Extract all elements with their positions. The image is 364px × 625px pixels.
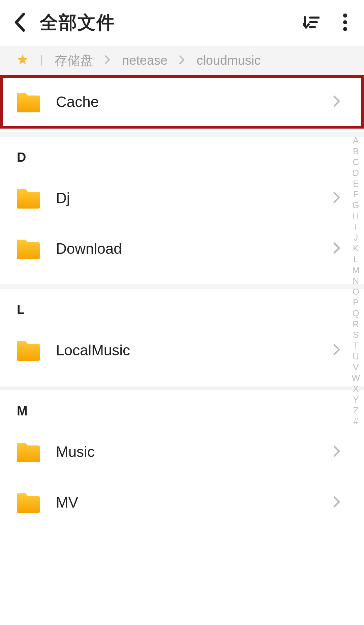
chevron-right-icon xyxy=(179,55,185,66)
rail-letter[interactable]: A xyxy=(353,135,359,146)
breadcrumb-item-0[interactable]: 存储盘 xyxy=(55,52,93,69)
folder-icon xyxy=(17,238,40,259)
folder-row-localmusic[interactable]: LocalMusic xyxy=(0,325,364,376)
rail-letter[interactable]: H xyxy=(353,211,359,221)
rail-letter[interactable]: G xyxy=(353,200,359,211)
breadcrumb: 存储盘 netease cloudmusic xyxy=(0,46,364,75)
spacer xyxy=(0,376,364,386)
chevron-right-icon xyxy=(333,496,340,509)
folder-label: Download xyxy=(56,240,333,257)
highlighted-folder: Cache xyxy=(0,75,364,129)
rail-letter[interactable]: Y xyxy=(353,394,359,405)
chevron-right-icon xyxy=(104,55,111,66)
rail-letter[interactable]: Q xyxy=(353,308,359,319)
section-header-m: M xyxy=(0,390,364,427)
folder-icon xyxy=(17,340,40,361)
rail-letter[interactable]: L xyxy=(353,254,358,265)
folder-row-dj[interactable]: Dj xyxy=(0,173,364,223)
rail-letter[interactable]: M xyxy=(352,265,360,275)
rail-letter[interactable]: E xyxy=(353,178,359,189)
section-gap xyxy=(0,386,364,390)
folder-label: LocalMusic xyxy=(56,342,333,359)
rail-letter[interactable]: D xyxy=(353,167,359,178)
rail-letter[interactable]: I xyxy=(355,221,357,232)
folder-icon xyxy=(17,188,40,209)
folder-label: Dj xyxy=(56,190,333,207)
rail-letter[interactable]: J xyxy=(354,232,358,243)
folder-row-mv[interactable]: MV xyxy=(0,477,364,528)
rail-letter[interactable]: U xyxy=(353,351,359,362)
breadcrumb-divider xyxy=(41,55,42,65)
chevron-right-icon xyxy=(333,191,340,205)
svg-point-6 xyxy=(343,27,347,31)
more-icon[interactable] xyxy=(336,13,354,32)
folder-label: MV xyxy=(56,494,333,511)
header: 全部文件 xyxy=(0,0,364,46)
rail-letter[interactable]: X xyxy=(353,383,359,394)
svg-point-5 xyxy=(343,20,347,24)
rail-letter[interactable]: W xyxy=(352,373,360,383)
rail-letter[interactable]: C xyxy=(353,157,359,167)
folder-icon xyxy=(17,492,40,513)
folder-icon xyxy=(17,441,40,462)
rail-letter[interactable]: B xyxy=(353,146,359,157)
folder-label: Cache xyxy=(56,93,333,110)
rail-letter[interactable]: V xyxy=(353,362,359,373)
rail-letter[interactable]: T xyxy=(353,340,359,351)
page-title: 全部文件 xyxy=(40,10,303,35)
rail-letter[interactable]: O xyxy=(353,286,359,297)
svg-point-4 xyxy=(343,13,347,18)
section-gap xyxy=(0,284,364,289)
breadcrumb-item-2[interactable]: cloudmusic xyxy=(196,53,261,68)
folder-row-music[interactable]: Music xyxy=(0,427,364,477)
rail-letter[interactable]: Z xyxy=(353,405,359,416)
folder-row-download[interactable]: Download xyxy=(0,223,364,274)
rail-letter[interactable]: K xyxy=(353,243,359,254)
sort-icon[interactable] xyxy=(303,14,320,32)
star-icon[interactable] xyxy=(17,54,28,67)
spacer xyxy=(0,274,364,284)
rail-letter[interactable]: F xyxy=(353,189,359,200)
section-header-d: D xyxy=(0,137,364,173)
spacer xyxy=(0,129,364,132)
section-header-l: L xyxy=(0,289,364,325)
folder-label: Music xyxy=(56,443,333,460)
rail-letter[interactable]: # xyxy=(353,416,358,427)
chevron-right-icon xyxy=(333,344,340,357)
rail-letter[interactable]: N xyxy=(353,275,359,286)
rail-letter[interactable]: S xyxy=(353,329,359,340)
folder-icon xyxy=(17,91,40,112)
chevron-right-icon xyxy=(333,445,340,459)
chevron-right-icon xyxy=(333,95,340,109)
rail-letter[interactable]: P xyxy=(353,297,359,308)
alpha-index-rail[interactable]: A B C D E F G H I J K L M N O P Q R S T … xyxy=(352,135,360,427)
breadcrumb-item-1[interactable]: netease xyxy=(122,53,168,68)
back-icon[interactable] xyxy=(13,12,26,34)
section-gap xyxy=(0,132,364,137)
chevron-right-icon xyxy=(333,242,340,255)
svg-marker-7 xyxy=(17,54,28,64)
rail-letter[interactable]: R xyxy=(353,319,359,329)
folder-row-cache[interactable]: Cache xyxy=(3,78,361,126)
